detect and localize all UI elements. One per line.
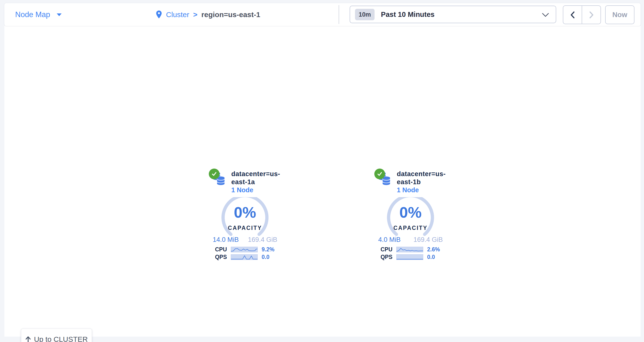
capacity-percent: 0% — [386, 204, 436, 221]
breadcrumb-separator: > — [193, 10, 198, 19]
now-button[interactable]: Now — [605, 5, 634, 24]
cpu-sparkline — [231, 247, 258, 252]
metrics-block: CPU 2.6% QPS 0.0 — [375, 247, 446, 260]
view-selector-label: Node Map — [15, 10, 50, 19]
datacenter-header: datacenter=us-east-1b 1 Node — [374, 169, 450, 194]
caret-down-icon — [56, 13, 62, 16]
healthy-check-icon — [209, 169, 220, 179]
breadcrumb-cluster-link[interactable]: Cluster — [166, 10, 189, 19]
qps-label: QPS — [375, 254, 392, 260]
time-nav-group — [563, 5, 601, 24]
chevron-right-icon — [589, 11, 594, 19]
datacenter-icon-group — [374, 169, 393, 187]
qps-value: 0.0 — [262, 254, 270, 260]
up-to-cluster-button[interactable]: Up to CLUSTER — [21, 329, 92, 342]
cpu-row: CPU 2.6% — [375, 247, 446, 252]
datacenter-card: datacenter=us-east-1a 1 Node 0% CAPACITY… — [206, 169, 284, 262]
time-range-dropdown[interactable]: 10m Past 10 Minutes — [350, 5, 556, 23]
datacenter-node-count-link[interactable]: 1 Node — [397, 186, 450, 194]
location-pin-icon — [156, 10, 162, 19]
breadcrumb: Cluster > region=us-east-1 — [156, 3, 260, 26]
capacity-gauge: 0% CAPACITY — [220, 197, 270, 237]
cpu-value: 2.6% — [427, 246, 440, 253]
cpu-row: CPU 9.2% — [209, 247, 281, 252]
datacenter-node-count-link[interactable]: 1 Node — [231, 186, 284, 194]
qps-sparkline — [396, 254, 423, 260]
capacity-label: CAPACITY — [386, 225, 436, 231]
datacenter-title: datacenter=us-east-1a — [231, 170, 284, 186]
capacity-percent: 0% — [220, 204, 270, 221]
chevron-down-icon — [542, 13, 549, 17]
capacity-gauge: 0% CAPACITY — [386, 197, 436, 237]
breadcrumb-current: region=us-east-1 — [202, 10, 260, 19]
qps-value: 0.0 — [427, 254, 435, 260]
capacity-total: 169.4 GiB — [248, 236, 277, 244]
healthy-check-icon — [374, 169, 385, 179]
arrow-up-icon — [25, 336, 31, 342]
capacity-total: 169.4 GiB — [414, 236, 443, 244]
next-time-button[interactable] — [582, 6, 600, 24]
time-range-badge: 10m — [355, 9, 374, 20]
qps-sparkline — [231, 254, 258, 260]
chevron-left-icon — [570, 11, 575, 19]
cpu-value: 9.2% — [262, 246, 274, 253]
view-selector-dropdown[interactable]: Node Map — [15, 3, 62, 26]
capacity-values: 14.0 MiB 169.4 GiB — [213, 236, 277, 244]
qps-row: QPS 0.0 — [375, 254, 446, 260]
time-range-label: Past 10 Minutes — [381, 10, 434, 18]
node-map-canvas[interactable]: datacenter=us-east-1a 1 Node 0% CAPACITY… — [4, 26, 640, 337]
prev-time-button[interactable] — [563, 6, 582, 24]
datacenter-icon-group — [209, 169, 228, 187]
up-to-cluster-label: Up to CLUSTER — [34, 335, 88, 342]
header-divider — [339, 5, 339, 24]
cpu-label: CPU — [375, 246, 392, 253]
qps-row: QPS 0.0 — [209, 254, 281, 260]
datacenter-card: datacenter=us-east-1b 1 Node 0% CAPACITY… — [372, 169, 450, 262]
capacity-values: 4.0 MiB 169.4 GiB — [378, 236, 443, 244]
datacenter-header: datacenter=us-east-1a 1 Node — [209, 169, 284, 194]
metrics-block: CPU 9.2% QPS 0.0 — [209, 247, 281, 260]
cpu-sparkline — [396, 247, 423, 252]
capacity-used: 14.0 MiB — [213, 236, 239, 244]
now-button-label: Now — [612, 11, 627, 19]
qps-label: QPS — [209, 254, 227, 260]
cpu-label: CPU — [209, 246, 227, 253]
capacity-used: 4.0 MiB — [378, 236, 401, 244]
capacity-label: CAPACITY — [220, 225, 270, 231]
header-bar: Node Map Cluster > region=us-east-1 10m … — [4, 3, 640, 26]
datacenter-title: datacenter=us-east-1b — [397, 170, 450, 186]
